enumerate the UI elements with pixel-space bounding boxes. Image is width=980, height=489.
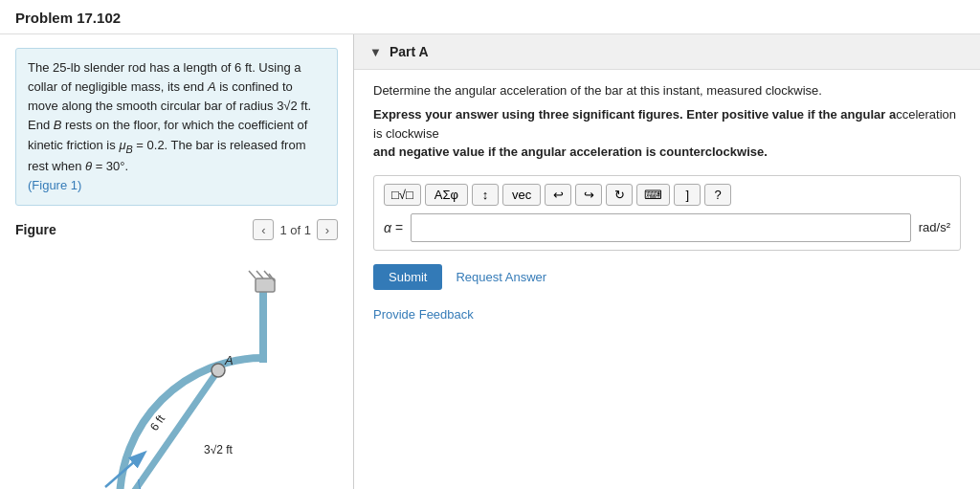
feedback-link[interactable]: Provide Feedback bbox=[373, 307, 961, 322]
toolbar-undo-button[interactable]: ↩ bbox=[545, 184, 571, 206]
action-row: Submit Request Answer bbox=[373, 264, 961, 290]
right-panel: ▼ Part A Determine the angular accelerat… bbox=[354, 34, 980, 489]
svg-line-17 bbox=[256, 271, 263, 278]
svg-rect-15 bbox=[256, 278, 275, 292]
instruction-text: Express your answer using three signific… bbox=[373, 105, 961, 162]
toolbar-vec-button[interactable]: vec bbox=[502, 184, 541, 206]
answer-box: □√□ AΣφ ↕ vec ↩ ↪ ↻ ⌨ ] ? α = bbox=[373, 175, 961, 251]
toolbar-sqrt-button[interactable]: □√□ bbox=[384, 184, 421, 206]
toolbar-bracket-button[interactable]: ] bbox=[674, 184, 701, 206]
figure-area: A B 6 ft 3√2 ft θ bbox=[15, 248, 338, 489]
toolbar-redo-button[interactable]: ↪ bbox=[575, 184, 602, 206]
part-content: Determine the angular acceleration of th… bbox=[354, 70, 980, 335]
page-container: Problem 17.102 The 25-lb slender rod has… bbox=[0, 0, 980, 489]
label-A: A bbox=[224, 353, 234, 367]
alpha-label: α = bbox=[384, 220, 403, 235]
unit-label: rad/s² bbox=[919, 220, 950, 234]
figure-nav: ‹ 1 of 1 › bbox=[253, 219, 338, 240]
question-text: Determine the angular acceleration of th… bbox=[373, 83, 961, 98]
next-figure-button[interactable]: › bbox=[317, 219, 338, 240]
toolbar-reset-button[interactable]: ↻ bbox=[606, 184, 633, 206]
left-panel: The 25-lb slender rod has a length of 6 … bbox=[0, 34, 354, 489]
collapse-arrow-icon[interactable]: ▼ bbox=[369, 45, 382, 59]
submit-button[interactable]: Submit bbox=[373, 264, 442, 290]
toolbar-help-button[interactable]: ? bbox=[704, 184, 731, 206]
problem-title: Problem 17.102 bbox=[15, 10, 121, 26]
input-row: α = rad/s² bbox=[384, 213, 950, 242]
part-header: ▼ Part A bbox=[354, 34, 980, 70]
prev-figure-button[interactable]: ‹ bbox=[253, 219, 274, 240]
figure-header: Figure ‹ 1 of 1 › bbox=[15, 219, 338, 240]
svg-point-21 bbox=[212, 364, 225, 377]
request-answer-link[interactable]: Request Answer bbox=[456, 270, 546, 284]
toolbar-updown-button[interactable]: ↕ bbox=[472, 184, 499, 206]
part-title: Part A bbox=[390, 44, 429, 59]
svg-line-16 bbox=[249, 271, 256, 278]
problem-description: The 25-lb slender rod has a length of 6 … bbox=[15, 48, 338, 206]
figure-link[interactable]: (Figure 1) bbox=[28, 178, 81, 192]
toolbar-symbols-button[interactable]: AΣφ bbox=[425, 184, 468, 206]
figure-label: Figure bbox=[15, 222, 56, 237]
figure-svg: A B 6 ft 3√2 ft θ bbox=[43, 257, 311, 489]
answer-input[interactable] bbox=[411, 213, 911, 242]
dim-radius: 3√2 ft bbox=[204, 443, 234, 456]
problem-header: Problem 17.102 bbox=[0, 0, 980, 34]
page-indicator: 1 of 1 bbox=[279, 223, 311, 237]
toolbar: □√□ AΣφ ↕ vec ↩ ↪ ↻ ⌨ ] ? bbox=[384, 184, 950, 206]
main-layout: The 25-lb slender rod has a length of 6 … bbox=[0, 34, 980, 489]
toolbar-keyboard-button[interactable]: ⌨ bbox=[636, 184, 670, 206]
